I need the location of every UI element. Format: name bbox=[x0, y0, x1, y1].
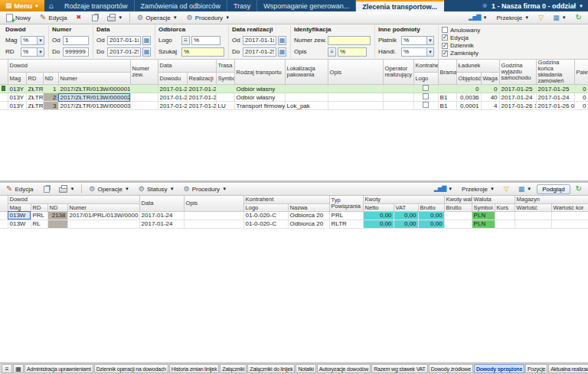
cell-rd[interactable]: ZŁTR bbox=[26, 102, 43, 110]
cell-vat[interactable]: 0,00 bbox=[394, 211, 418, 220]
header-rd[interactable]: RD bbox=[26, 72, 43, 84]
chevron-down-icon[interactable]: ▼ bbox=[37, 48, 44, 56]
header-data[interactable]: Data bbox=[158, 60, 216, 72]
cell-logo[interactable] bbox=[413, 102, 438, 110]
cell-nd[interactable]: 3 bbox=[43, 102, 58, 110]
cell-vat[interactable]: 0,00 bbox=[394, 220, 418, 228]
new-button[interactable]: Nowy bbox=[2, 12, 34, 24]
cell-nd[interactable] bbox=[47, 220, 67, 228]
checkbox-dziennik[interactable]: Dziennik bbox=[442, 42, 480, 50]
calendar-icon[interactable]: ▦ bbox=[142, 47, 151, 57]
cell-palety[interactable]: 0 bbox=[574, 93, 588, 102]
mag-filter-select[interactable]: ▼ bbox=[21, 36, 44, 45]
row-selector[interactable] bbox=[0, 102, 8, 110]
cell-palety[interactable]: 0 bbox=[574, 85, 588, 93]
table-row[interactable]: 013Y ZŁTR 3 2017/ZŁTR/013W/000003 2017-0… bbox=[0, 102, 588, 110]
cell-nd[interactable]: 2 bbox=[43, 93, 58, 102]
header-realizacji[interactable]: Realizacji bbox=[187, 72, 216, 84]
bottom-tab-zalaczniki[interactable]: Załączniki bbox=[220, 364, 247, 373]
header-kontrahent[interactable]: Kontrahent bbox=[413, 60, 438, 72]
header-trasa[interactable]: Trasa bbox=[216, 60, 234, 72]
bottom-tab-autoryzacje-dowodow[interactable]: Autoryzacje dowodów bbox=[317, 364, 371, 373]
cell-opis[interactable] bbox=[328, 93, 383, 102]
calendar-icon[interactable]: ▦ bbox=[278, 47, 286, 57]
cell-data-dowodu[interactable]: 2017-01-25 bbox=[158, 93, 187, 102]
cell-logo[interactable] bbox=[413, 93, 438, 102]
cell-waga[interactable]: 40 bbox=[481, 93, 499, 102]
cell-mag[interactable]: 013Y bbox=[8, 93, 26, 102]
header-objetosc[interactable]: Objętość bbox=[456, 72, 481, 84]
header-nd[interactable]: ND bbox=[47, 203, 67, 211]
header-dowod[interactable]: Dowód bbox=[8, 196, 139, 203]
header-mag[interactable]: Mag bbox=[8, 72, 26, 84]
cell-objetosc[interactable]: 0 bbox=[456, 85, 481, 93]
cell-numer[interactable]: 2017/ZŁTR/013W/000003 bbox=[58, 102, 130, 110]
cell-numer-zew[interactable] bbox=[130, 85, 158, 93]
procedures-dropdown[interactable]: ⚙ Procedury ▼ bbox=[183, 13, 234, 23]
odbiorca-szukaj-input[interactable] bbox=[181, 47, 224, 57]
grid-layout-dropdown[interactable]: ▦▼ bbox=[514, 184, 535, 194]
header-brutto-wal[interactable]: Brutto bbox=[444, 203, 472, 211]
header-brutto[interactable]: Brutto bbox=[418, 203, 444, 211]
header-numer[interactable]: Numer bbox=[58, 72, 130, 84]
row-selector[interactable] bbox=[0, 220, 8, 228]
cell-operator[interactable] bbox=[383, 85, 413, 93]
header-kwoty[interactable]: Kwoty bbox=[363, 196, 444, 203]
header-rodzaj-transportu[interactable]: Rodzaj transportu bbox=[234, 60, 285, 85]
cell-rodzaj-transportu[interactable]: Odbiór własny bbox=[234, 85, 285, 93]
header-symbol[interactable]: Symbol bbox=[216, 72, 234, 84]
delete-button[interactable]: ✖ bbox=[72, 13, 85, 22]
cell-data[interactable]: 2017-01-24 bbox=[139, 220, 184, 228]
cell-lokalizacja[interactable]: Lok_pak bbox=[285, 102, 328, 110]
header-symbol[interactable]: Symbol bbox=[472, 203, 495, 211]
header-kontrahent[interactable]: Kontrahent bbox=[243, 196, 329, 203]
data-realizacji-do-input[interactable] bbox=[243, 47, 276, 57]
logo-checkbox[interactable] bbox=[423, 85, 429, 91]
rd-filter-select[interactable]: ▼ bbox=[21, 47, 44, 57]
cell-data[interactable]: 2017-01-24 bbox=[139, 211, 184, 220]
sections-dropdown[interactable]: Przekroje▼ bbox=[492, 13, 533, 23]
row-selector[interactable] bbox=[0, 211, 8, 220]
bottom-tab-historia-zmian-linijek[interactable]: Historia zmian linijek bbox=[169, 364, 219, 373]
cell-lokalizacja[interactable] bbox=[285, 93, 328, 102]
cell-trasa[interactable] bbox=[216, 93, 234, 102]
cell-logo[interactable]: 01-0-020-C bbox=[243, 220, 288, 228]
cell-nazwa[interactable]: Odbiorca 20 bbox=[288, 220, 329, 228]
header-godzina-wyjazdu[interactable]: Godzina wyjazdu samochodu bbox=[499, 60, 536, 85]
rd-filter-input[interactable] bbox=[21, 48, 37, 56]
header-opis[interactable]: Opis bbox=[328, 60, 383, 85]
bottom-tab-dowody-zrodlowe[interactable]: Dowody źródłowe bbox=[429, 364, 473, 373]
cell-godzina-konca[interactable]: 2017-01-24 bbox=[536, 93, 574, 102]
menu-button[interactable]: ▦ Menu ▼ bbox=[0, 0, 44, 11]
bottom-tab-aktualna-realizacja[interactable]: Aktualna realizacja bbox=[548, 364, 588, 373]
company-selector[interactable]: ☻ 1 - Nasza firma 0 - oddział ▼ bbox=[477, 0, 588, 11]
cell-godzina-wyjazdu[interactable]: 2017-01-24 bbox=[499, 93, 536, 102]
cell-wartosc-kor[interactable] bbox=[551, 211, 588, 220]
cell-data-dowodu[interactable]: 2017-01-25 bbox=[158, 85, 187, 93]
header-kwoty-wal[interactable]: Kwoty wal. bbox=[444, 196, 472, 203]
numer-od-input[interactable] bbox=[63, 36, 89, 45]
cell-logo[interactable]: 01-0-020-C bbox=[243, 211, 288, 220]
numer-zew-input[interactable] bbox=[328, 36, 371, 45]
cell-typ[interactable]: RLTR bbox=[329, 220, 363, 228]
home-icon[interactable]: ⌂ bbox=[44, 0, 58, 11]
list-picker-icon[interactable]: ≡ bbox=[181, 36, 190, 45]
cell-brutto[interactable]: 0,00 bbox=[418, 211, 444, 220]
cell-palety[interactable]: 0 bbox=[574, 102, 588, 110]
bottom-tab-notatki[interactable]: Notatki bbox=[296, 364, 315, 373]
cell-operator[interactable] bbox=[383, 93, 413, 102]
bottom-tab-dowody-sprzezone[interactable]: Dowody sprzężone bbox=[474, 364, 524, 373]
header-nazwa[interactable]: Nazwa bbox=[288, 203, 329, 211]
header-godzina-konca[interactable]: Godzina końca składania zamówień bbox=[536, 60, 574, 85]
checkbox-edycja[interactable]: Edycja bbox=[442, 34, 480, 41]
cell-numer-selected[interactable]: 2017/ZŁTR/013W/000002 bbox=[58, 93, 130, 102]
cell-lokalizacja[interactable] bbox=[285, 85, 328, 93]
header-wartosc[interactable]: Wartość bbox=[514, 203, 551, 211]
cell-realizacji[interactable]: 2017-01-25 bbox=[187, 85, 216, 93]
refresh-button[interactable]: ↻ bbox=[572, 184, 586, 194]
edit-button[interactable]: ✎ Edycja bbox=[36, 12, 70, 23]
filter-button[interactable]: ▽ bbox=[500, 184, 513, 194]
data-realizacji-od-input[interactable] bbox=[243, 36, 276, 45]
row-selector[interactable] bbox=[0, 93, 8, 102]
cell-rodzaj-transportu[interactable]: Odbiór własny bbox=[234, 93, 285, 102]
